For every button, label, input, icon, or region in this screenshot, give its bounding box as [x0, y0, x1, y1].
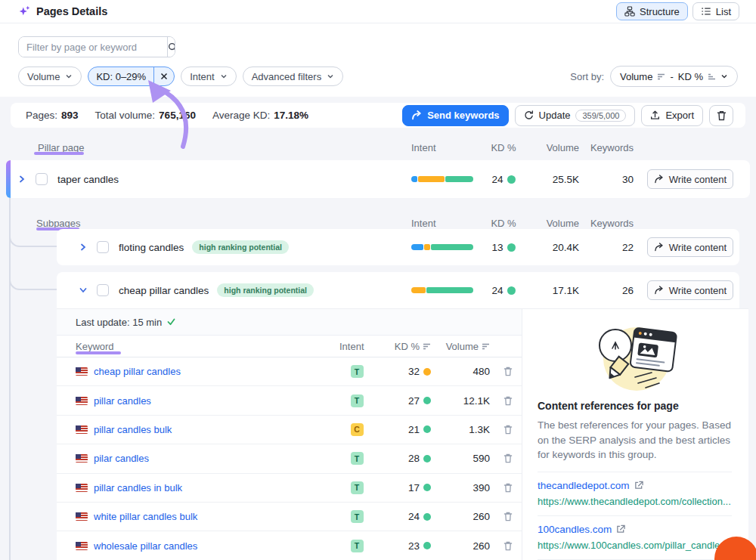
kd-dot: [423, 484, 431, 491]
kd-filter-clear-button[interactable]: [153, 67, 174, 85]
chevron-right-icon[interactable]: [18, 175, 26, 183]
kd-dot: [423, 397, 431, 404]
intent-badge: T: [351, 510, 364, 523]
delete-keyword-button[interactable]: [490, 367, 513, 376]
subpage-name: floting candles: [119, 242, 184, 253]
write-content-label: Write content: [669, 174, 727, 185]
check-icon: [167, 318, 175, 326]
keyword-table-header: Keyword Intent KD % Volume: [57, 336, 522, 357]
pages-label: Pages:: [26, 110, 57, 121]
intent-bar: [411, 287, 473, 293]
delete-button[interactable]: [709, 105, 733, 126]
delete-keyword-button[interactable]: [490, 396, 513, 406]
delete-keyword-button[interactable]: [490, 512, 513, 521]
reference-domain-link[interactable]: thecandledepot.com: [538, 480, 732, 491]
sort-by-dropdown[interactable]: Volume - KD %: [610, 66, 738, 87]
column-keywords: Keywords: [579, 218, 634, 229]
page-title: Pages Details: [36, 5, 107, 17]
keyword-link[interactable]: pilar candles: [94, 453, 149, 464]
reference-url[interactable]: https://www.100candles.com/pillar_candle…: [538, 540, 732, 551]
kd-filter-chip[interactable]: KD: 0–29%: [88, 67, 175, 86]
kd-filter-label: KD: 0–29%: [88, 67, 153, 85]
us-flag-icon: [76, 512, 88, 521]
reference-url[interactable]: https://www.thecandledepot.com/collectio…: [538, 496, 732, 507]
chevron-right-icon[interactable]: [79, 243, 87, 251]
delete-keyword-button[interactable]: [490, 453, 513, 463]
keyword-link[interactable]: pillar candles in bulk: [94, 482, 182, 493]
stat-total-volume: Total volume: 765,160: [95, 110, 196, 121]
external-link-icon: [634, 481, 643, 490]
subpage-row-expanded[interactable]: cheap pillar candles high ranking potent…: [57, 272, 739, 308]
search-icon: [168, 42, 175, 52]
search-input[interactable]: [19, 37, 167, 57]
subpage-name: cheap pillar candles: [119, 285, 209, 296]
close-icon: [160, 73, 168, 80]
write-content-button[interactable]: Write content: [647, 280, 733, 300]
kd-value: 24: [491, 285, 503, 296]
chevron-down-icon: [220, 73, 228, 80]
export-button[interactable]: Export: [641, 105, 703, 126]
subpage-row[interactable]: floting candles high ranking potential 1…: [57, 229, 739, 265]
structure-view-button[interactable]: Structure: [616, 2, 688, 20]
update-label: Update: [539, 110, 571, 121]
pillar-section-label: Pillar page: [38, 142, 84, 153]
keyword-link[interactable]: pillar candles bulk: [94, 424, 172, 435]
intent-badge: T: [351, 452, 364, 465]
kd-value: 23: [408, 540, 420, 552]
row-checkbox[interactable]: [97, 241, 109, 253]
volume-value: 12.1K: [431, 395, 490, 407]
us-flag-icon: [76, 367, 88, 376]
reference-domain-link[interactable]: 100candles.com: [538, 524, 732, 535]
keyword-link[interactable]: wholesale pillar candles: [94, 540, 197, 552]
header-volume[interactable]: Volume: [431, 341, 490, 352]
export-label: Export: [665, 110, 694, 121]
pillar-section-header: Pillar page Intent KD % Volume Keywords: [0, 138, 756, 156]
view-toggle: Structure List: [616, 2, 739, 20]
row-checkbox[interactable]: [97, 284, 109, 296]
volume-filter-chip[interactable]: Volume: [18, 67, 82, 86]
structure-icon: [624, 6, 635, 17]
delete-keyword-button[interactable]: [490, 541, 513, 551]
row-checkbox[interactable]: [36, 173, 48, 185]
average-kd-label: Average KD:: [212, 110, 270, 121]
reference-domain: 100candles.com: [538, 524, 612, 535]
column-volume: Volume: [534, 218, 579, 229]
update-button[interactable]: Update 359/5,000: [515, 105, 636, 126]
keyword-link[interactable]: cheap pillar candles: [94, 366, 181, 377]
column-kd: KD %: [473, 218, 534, 229]
sort-by-label: Sort by:: [570, 71, 604, 82]
volume-value: 480: [431, 366, 490, 377]
trash-icon: [503, 425, 513, 435]
advanced-filters-chip[interactable]: Advanced filters: [243, 67, 344, 86]
keyword-link[interactable]: white pillar candles bulk: [94, 511, 197, 522]
search-group: [18, 36, 175, 57]
volume-value: 260: [431, 511, 490, 522]
write-content-button[interactable]: Write content: [647, 237, 733, 257]
chevron-down-icon: [65, 73, 73, 80]
sort-primary: Volume: [620, 71, 652, 82]
send-keywords-button[interactable]: Send keywords: [402, 105, 508, 126]
intent-filter-chip[interactable]: Intent: [181, 67, 237, 86]
kd-dot: [423, 455, 431, 463]
tree-connector-line: [9, 198, 11, 560]
trash-icon: [503, 396, 513, 406]
content-references-panel: Content references for page The best ref…: [522, 309, 748, 560]
header-keyword: Keyword: [76, 341, 339, 352]
sort-icon: [482, 342, 490, 350]
list-view-button[interactable]: List: [692, 2, 739, 20]
keywords-count: 26: [579, 285, 634, 296]
total-volume-label: Total volume:: [95, 110, 156, 121]
delete-keyword-button[interactable]: [490, 425, 513, 435]
write-content-button[interactable]: Write content: [647, 169, 733, 189]
intent-badge: T: [351, 365, 364, 378]
delete-keyword-button[interactable]: [490, 483, 513, 493]
keyword-row: cheap pillar candles T 32 480: [57, 357, 522, 386]
keyword-link[interactable]: pillar candles: [94, 395, 151, 407]
pillar-page-row[interactable]: taper candles 24 25.5K 30 Write content: [6, 160, 750, 198]
search-button[interactable]: [167, 37, 175, 57]
chevron-down-icon[interactable]: [79, 286, 87, 294]
trash-icon: [503, 512, 513, 521]
header-kd[interactable]: KD %: [374, 341, 431, 352]
last-update-text: Last update: 15 min: [76, 317, 162, 328]
structure-label: Structure: [640, 6, 680, 17]
